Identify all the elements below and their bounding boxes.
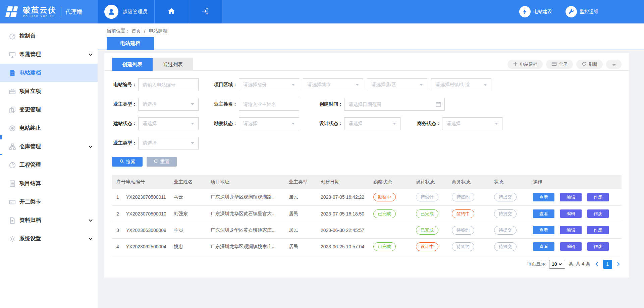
per-page-select[interactable]: 10 bbox=[549, 260, 565, 269]
sidebar-item-engineering-mgmt[interactable]: 工程管理 bbox=[0, 156, 98, 174]
station-no-input[interactable] bbox=[138, 78, 199, 91]
dashboard-icon bbox=[8, 32, 16, 40]
prev-page-button[interactable] bbox=[594, 262, 600, 266]
status-badge: 待签约 bbox=[452, 193, 474, 201]
owner-type-label: 业主类型： bbox=[112, 101, 137, 107]
sitemap-icon bbox=[8, 143, 16, 151]
void-button[interactable]: 作废 bbox=[587, 209, 609, 218]
col-header: 设计状态 bbox=[416, 175, 452, 189]
sidebar-item-change-mgmt[interactable]: 变更管理 bbox=[0, 101, 98, 119]
sidebar-item-archive[interactable]: 资料归档 bbox=[0, 211, 98, 230]
status-badge: 签约中 bbox=[452, 209, 474, 218]
sidebar-item-label: 控制台 bbox=[19, 33, 93, 40]
void-button[interactable]: 作废 bbox=[587, 242, 609, 251]
reset-button[interactable]: 重置 bbox=[147, 157, 177, 167]
card-icon bbox=[8, 198, 16, 206]
sidebar-item-general-mgmt[interactable]: 常规管理 bbox=[0, 45, 98, 64]
page-number-button[interactable]: 1 bbox=[603, 260, 612, 269]
edit-button[interactable]: 编辑 bbox=[560, 242, 582, 251]
survey-status-select[interactable]: 请选择 bbox=[239, 117, 299, 130]
status-badge: 已完成 bbox=[416, 209, 438, 218]
city-select[interactable]: 请选择城市 bbox=[303, 78, 363, 91]
caret-down-icon bbox=[291, 123, 295, 125]
owner-name-input[interactable] bbox=[239, 98, 299, 111]
fullscreen-icon bbox=[551, 61, 557, 67]
edit-button[interactable]: 编辑 bbox=[560, 193, 582, 201]
view-button[interactable]: 查看 bbox=[533, 209, 554, 218]
tab-create-list[interactable]: 创建列表 bbox=[112, 58, 153, 71]
chevron-down-icon bbox=[88, 145, 93, 148]
sidebar-item-label: 电站终止 bbox=[19, 125, 93, 132]
pagination: 每页显示 10 条, 共 4 条 1 bbox=[112, 260, 622, 269]
refresh-button[interactable]: 刷新 bbox=[576, 60, 603, 69]
sidebar-item-project-settlement[interactable]: 项目结算 bbox=[0, 174, 98, 193]
edit-button[interactable]: 编辑 bbox=[560, 226, 582, 234]
sidebar-item-system-settings[interactable]: 系统设置 bbox=[0, 230, 98, 248]
owner-type-select[interactable]: 请选择 bbox=[138, 98, 199, 111]
page-tab-station-filing[interactable]: 电站建档 bbox=[107, 37, 154, 50]
sidebar-item-label: 系统设置 bbox=[19, 235, 88, 242]
home-button[interactable] bbox=[155, 0, 188, 23]
breadcrumb-label: 当前位置： bbox=[107, 28, 130, 34]
sidebar-item-warehouse-mgmt[interactable]: 仓库管理 bbox=[0, 137, 98, 156]
sidebar-item-station-termination[interactable]: 电站终止 bbox=[0, 119, 98, 137]
sidebar-scroll-indicator[interactable] bbox=[0, 135, 2, 139]
sidebar-item-label: 开二类卡 bbox=[19, 198, 93, 205]
sidebar-item-label: 项目立项 bbox=[19, 88, 93, 95]
logout-button[interactable] bbox=[188, 0, 222, 23]
void-button[interactable]: 作废 bbox=[587, 226, 609, 234]
sidebar-item-label: 工程管理 bbox=[19, 162, 93, 169]
build-status-label: 建站状态： bbox=[112, 121, 137, 127]
reset-icon bbox=[154, 159, 158, 165]
view-button[interactable]: 查看 bbox=[533, 242, 554, 251]
view-button[interactable]: 查看 bbox=[533, 193, 554, 201]
nav-label: 电站建设 bbox=[533, 9, 552, 15]
owner-type2-select[interactable]: 请选择 bbox=[138, 137, 199, 149]
province-select[interactable]: 请选择省份 bbox=[239, 78, 299, 91]
nav-monitoring-ops[interactable]: 监控运维 bbox=[566, 6, 598, 17]
logo[interactable]: 破茧云伏 Po Jian Yun Fu 代理端 bbox=[0, 0, 98, 23]
business-status-select[interactable]: 请选择 bbox=[442, 117, 502, 130]
logo-tag: 代理端 bbox=[65, 8, 83, 16]
breadcrumb-current: 电站建档 bbox=[149, 28, 168, 34]
nav-station-construction[interactable]: 电站建设 bbox=[519, 6, 552, 17]
status-badge: 待提交 bbox=[494, 226, 517, 235]
logo-icon bbox=[5, 5, 20, 18]
bolt-icon bbox=[519, 6, 531, 17]
edit-button[interactable]: 编辑 bbox=[560, 209, 582, 218]
logo-divider bbox=[61, 7, 61, 17]
add-station-button[interactable]: 电站建档 bbox=[507, 60, 543, 69]
next-page-button[interactable] bbox=[615, 262, 622, 266]
build-status-select[interactable]: 请选择 bbox=[138, 117, 199, 130]
station-no-label: 电站编号： bbox=[112, 82, 137, 88]
document-icon bbox=[8, 69, 16, 77]
breadcrumb-home-link[interactable]: 首页 bbox=[131, 28, 141, 34]
owner-name-label: 业主姓名： bbox=[213, 101, 237, 107]
search-button[interactable]: 搜索 bbox=[112, 157, 143, 167]
view-button[interactable]: 查看 bbox=[533, 226, 554, 234]
town-select[interactable]: 请选择村镇/街道 bbox=[431, 78, 491, 91]
date-range-input[interactable] bbox=[344, 98, 445, 111]
per-page-label: 每页显示 bbox=[527, 261, 546, 267]
wrench-icon bbox=[566, 6, 577, 17]
collapse-button[interactable] bbox=[606, 60, 622, 69]
sidebar-item-project-initiation[interactable]: 项目立项 bbox=[0, 82, 98, 101]
void-button[interactable]: 作废 bbox=[587, 193, 609, 201]
content-card: 创建列表 通过列表 电站建档 全屏 刷新 bbox=[104, 53, 629, 278]
create-time-label: 创建时间： bbox=[318, 101, 343, 107]
caret-down-icon bbox=[191, 142, 194, 144]
status-badge: 待提交 bbox=[494, 209, 517, 218]
sidebar-scroll-indicator[interactable] bbox=[0, 154, 2, 155]
fullscreen-button[interactable]: 全屏 bbox=[546, 60, 573, 69]
user-menu[interactable]: 超级管理员 bbox=[98, 0, 155, 23]
county-select[interactable]: 请选择县/区 bbox=[367, 78, 427, 91]
file-icon bbox=[8, 217, 16, 225]
sidebar-item-station-filing[interactable]: 电站建档 bbox=[0, 64, 98, 82]
design-status-select[interactable]: 请选择 bbox=[344, 117, 400, 130]
status-badge: 待设计 bbox=[416, 193, 438, 201]
monitor-icon bbox=[8, 51, 16, 59]
sidebar-item-class2-card[interactable]: 开二类卡 bbox=[0, 193, 98, 211]
survey-status-label: 勘察状态： bbox=[213, 121, 237, 127]
tab-passed-list[interactable]: 通过列表 bbox=[153, 58, 193, 71]
sidebar-item-console[interactable]: 控制台 bbox=[0, 27, 98, 45]
